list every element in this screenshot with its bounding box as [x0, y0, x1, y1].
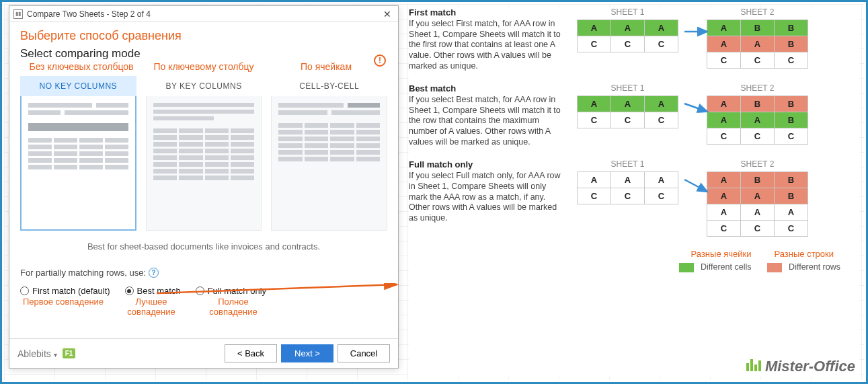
sheet-table: SHEET 2 ABBAABAAACCC — [707, 159, 808, 237]
partial-label: For partially matching rows, use: — [20, 268, 146, 278]
mode-illustration — [20, 96, 136, 231]
mode-title-no-key: NO KEY COLUMNS — [20, 76, 136, 96]
sheet-table: SHEET 1 AAACCC — [577, 159, 678, 204]
match-arrow-icon — [683, 101, 710, 117]
table-cell: C — [611, 112, 645, 128]
table-cell: A — [707, 20, 741, 36]
cancel-button[interactable]: Cancel — [338, 344, 390, 362]
f1-badge[interactable]: F1 — [63, 348, 76, 358]
legend-anno-rows: Разные строки — [774, 249, 834, 259]
anno-cell: По ячейкам — [265, 62, 387, 72]
table-cell: C — [611, 36, 645, 52]
legend: Разные ячейки Разные строки — [409, 249, 859, 259]
svg-line-0 — [157, 284, 397, 293]
table-cell: C — [775, 128, 808, 145]
mode-illustration — [146, 96, 262, 231]
compare-dialog: ▮▮ Compare Two Sheets - Step 2 of 4 ✕ Вы… — [9, 5, 399, 369]
table-cell: C — [741, 128, 775, 145]
heading-ru-annotation: Выберите способ сравнения — [20, 29, 387, 43]
mode-cell-by-cell[interactable]: CELL-BY-CELL — [271, 76, 387, 231]
table-row: ABB — [707, 20, 808, 36]
data-table: AAACCC — [577, 95, 678, 128]
example-best: Best match If you select Best match, for… — [409, 83, 859, 147]
close-icon[interactable]: ✕ — [381, 9, 394, 20]
table-row: AAA — [578, 20, 678, 36]
mode-no-key-columns[interactable]: NO KEY COLUMNS — [20, 76, 136, 231]
mode-title-by-key: BY KEY COLUMNS — [146, 76, 262, 96]
table-row: AAA — [707, 204, 808, 221]
example-desc: If you select Full match only, for AAA r… — [409, 171, 563, 223]
example-desc: If you select First match, for AAA row i… — [409, 19, 563, 71]
match-arrow-icon — [683, 177, 710, 193]
data-table: ABBAABCCC — [707, 20, 808, 69]
sheet-table: SHEET 2 ABBAABCCC — [707, 83, 808, 145]
table-cell: A — [707, 112, 741, 128]
table-row: AAB — [707, 112, 808, 128]
table-cell: C — [645, 112, 678, 128]
legend-en: Different cells Different rows — [409, 262, 859, 272]
table-cell: A — [578, 20, 611, 36]
table-cell: A — [707, 36, 741, 52]
table-cell: C — [775, 221, 808, 237]
table-row: AAA — [578, 96, 678, 112]
legend-cells-label: Different cells — [701, 262, 752, 272]
example-first: First match If you select First match, f… — [409, 7, 859, 71]
radio-first-match[interactable]: First match (default) — [20, 286, 110, 296]
table-cell: A — [707, 204, 741, 221]
dialog-titlebar: ▮▮ Compare Two Sheets - Step 2 of 4 ✕ — [9, 6, 398, 22]
table-row: CCC — [707, 221, 808, 237]
table-cell: C — [775, 52, 808, 69]
table-cell: B — [775, 96, 808, 112]
app-icon: ▮▮ — [13, 9, 23, 19]
table-row: CCC — [707, 52, 808, 69]
table-cell: C — [707, 128, 741, 145]
table-row: AAB — [707, 188, 808, 204]
watermark: Mister-Office — [746, 358, 855, 375]
radio-icon — [125, 286, 134, 295]
table-cell: A — [707, 188, 741, 204]
svg-line-3 — [684, 180, 707, 192]
sheet-label: SHEET 1 — [577, 7, 678, 17]
match-arrow-icon — [683, 25, 710, 41]
table-cell: A — [707, 172, 741, 188]
table-cell: C — [645, 188, 678, 204]
warning-icon[interactable]: ! — [374, 54, 386, 67]
sheet-label: SHEET 2 — [707, 159, 808, 169]
example-title: Full match only — [409, 159, 563, 169]
table-cell: A — [775, 204, 808, 221]
example-title: Best match — [409, 83, 563, 93]
table-cell: C — [707, 221, 741, 237]
heading-en: Select comparing mode — [20, 47, 387, 61]
svg-line-2 — [684, 104, 707, 112]
table-cell: B — [775, 172, 808, 188]
mode-by-key-columns[interactable]: BY KEY COLUMNS — [146, 76, 262, 231]
mode-illustration — [271, 96, 387, 231]
table-row: ABB — [707, 172, 808, 188]
examples-panel: First match If you select First match, f… — [409, 7, 859, 377]
anno-by-key: По ключевому столбцу — [143, 62, 265, 72]
table-row: AAA — [578, 172, 678, 188]
dialog-footer: Ablebits ▾ F1 < Back Next > Cancel — [9, 338, 398, 368]
legend-swatch-red — [767, 263, 782, 272]
back-button[interactable]: < Back — [225, 344, 277, 362]
table-cell: B — [741, 96, 775, 112]
table-row: CCC — [578, 112, 678, 128]
table-cell: A — [741, 204, 775, 221]
table-cell: A — [741, 112, 775, 128]
dialog-title: Compare Two Sheets - Step 2 of 4 — [27, 9, 381, 19]
table-cell: A — [645, 96, 678, 112]
radio-label: First match (default) — [32, 286, 110, 296]
table-cell: C — [611, 188, 645, 204]
data-table: AAACCC — [577, 20, 678, 52]
sheet-label: SHEET 2 — [707, 7, 808, 17]
table-cell: A — [645, 172, 678, 188]
data-table: AAACCC — [577, 171, 678, 204]
help-icon[interactable]: ? — [149, 268, 159, 278]
radio-anno-first: Первое совпадение — [20, 297, 106, 317]
brand-label[interactable]: Ablebits ▾ — [17, 348, 57, 359]
radio-icon — [20, 286, 29, 295]
table-row: AAB — [707, 36, 808, 52]
data-table: ABBAABAAACCC — [707, 171, 808, 237]
next-button[interactable]: Next > — [281, 344, 333, 362]
table-cell: C — [707, 52, 741, 69]
